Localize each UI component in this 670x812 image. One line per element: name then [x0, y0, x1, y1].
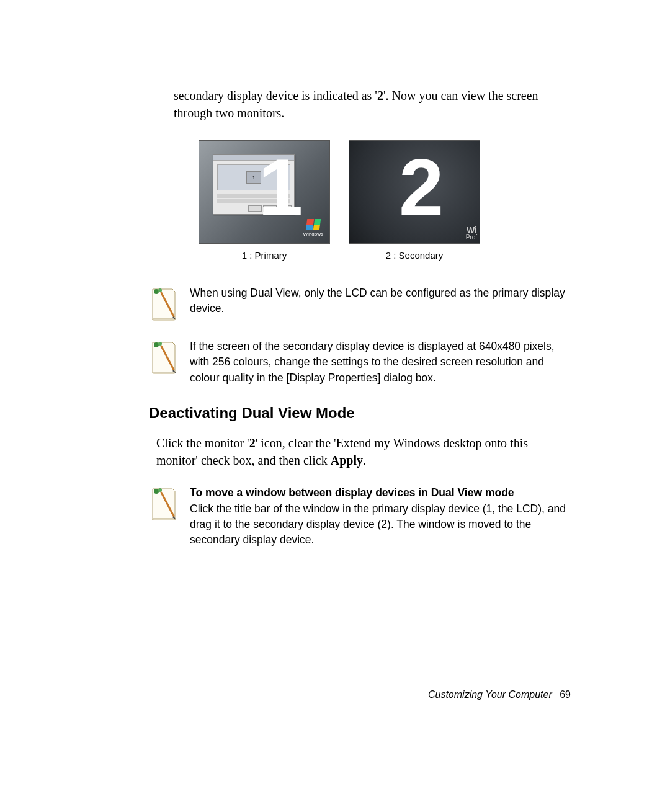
- windows-corner-label: Wi Prof: [466, 226, 477, 241]
- svg-point-1: [158, 288, 162, 292]
- body-a: Click the monitor ': [156, 436, 249, 450]
- note-block-3: To move a window between display devices…: [149, 485, 571, 548]
- note-icon: [149, 285, 179, 321]
- big-number-1: 1: [258, 147, 303, 228]
- primary-caption: 1 : Primary: [242, 250, 287, 261]
- note3-title: To move a window between display devices…: [190, 486, 514, 499]
- svg-point-4: [154, 489, 159, 494]
- note-text-2: If the screen of the secondary display d…: [190, 339, 571, 386]
- intro-paragraph: secondary display device is indicated as…: [174, 87, 571, 122]
- secondary-caption: 2 : Secondary: [386, 250, 444, 261]
- footer-label: Customizing Your Computer: [428, 689, 552, 700]
- body-paragraph: Click the monitor '2' icon, clear the 'E…: [156, 434, 571, 469]
- figure-primary: 1 1 Windows 1 : Primary: [199, 140, 330, 261]
- svg-point-0: [154, 289, 159, 294]
- figure-row: 1 1 Windows 1 : Primary 2 Wi Prof: [199, 140, 571, 261]
- svg-point-3: [158, 342, 162, 346]
- svg-point-2: [154, 342, 159, 347]
- primary-monitor-image: 1 1 Windows: [199, 140, 330, 244]
- svg-point-5: [158, 488, 162, 492]
- section-heading: Deactivating Dual View Mode: [149, 404, 571, 422]
- footer-page-number: 69: [560, 689, 571, 700]
- intro-text-a: secondary display device is indicated as…: [174, 89, 377, 102]
- note-block-1: When using Dual View, only the LCD can b…: [149, 285, 571, 321]
- windows-logo: Windows: [303, 219, 323, 237]
- secondary-monitor-image: 2 Wi Prof: [349, 140, 480, 244]
- intro-icon-number: 2: [377, 89, 383, 102]
- note-block-2: If the screen of the secondary display d…: [149, 339, 571, 386]
- note-text-1: When using Dual View, only the LCD can b…: [190, 285, 571, 317]
- note-icon: [149, 485, 179, 521]
- note-text-3: To move a window between display devices…: [190, 485, 571, 548]
- big-number-2: 2: [399, 147, 444, 228]
- windows-text: Windows: [303, 231, 323, 237]
- document-page: secondary display device is indicated as…: [0, 0, 670, 812]
- body-c: .: [363, 453, 366, 467]
- body-apply: Apply: [331, 453, 363, 467]
- body-num: 2: [249, 436, 256, 450]
- figure-secondary: 2 Wi Prof 2 : Secondary: [349, 140, 480, 261]
- note3-body: Click the title bar of the window in the…: [190, 502, 566, 547]
- page-footer: Customizing Your Computer 69: [428, 689, 571, 700]
- windows-flag-icon: [306, 219, 321, 230]
- note-icon: [149, 339, 179, 375]
